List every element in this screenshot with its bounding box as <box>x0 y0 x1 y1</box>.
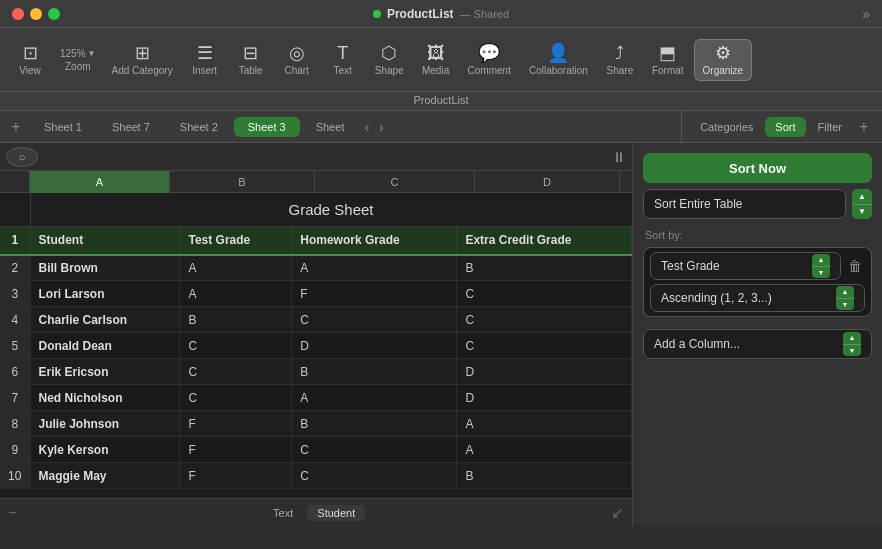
sheet-tab-1[interactable]: Sheet 1 <box>30 117 96 137</box>
sheet-nav-prev[interactable]: ‹ <box>360 119 373 135</box>
cell-hw-9[interactable]: C <box>292 437 457 463</box>
tab-categories[interactable]: Categories <box>690 117 763 137</box>
cell-student-4[interactable]: Charlie Carlson <box>30 307 180 333</box>
stepper-down-icon[interactable]: ▼ <box>852 205 872 220</box>
cell-test-10[interactable]: F <box>180 463 292 489</box>
cell-ec-5[interactable]: C <box>457 333 632 359</box>
tab-sort[interactable]: Sort <box>765 117 805 137</box>
sort-col-stepper-down[interactable]: ▼ <box>812 267 830 279</box>
sort-order-select[interactable]: Ascending (1, 2, 3...) ▲ ▼ <box>650 284 865 312</box>
cell-ec-10[interactable]: B <box>457 463 632 489</box>
col-header-b[interactable]: B <box>170 171 315 193</box>
toolbar-comment[interactable]: 💬 Comment <box>460 40 519 80</box>
cell-hw-5[interactable]: D <box>292 333 457 359</box>
add-panel-button[interactable]: + <box>854 117 874 137</box>
cell-test-7[interactable]: C <box>180 385 292 411</box>
sheet-tabs-row: + Sheet 1 Sheet 7 Sheet 2 Sheet 3 Sheet … <box>0 111 882 143</box>
sort-entire-table-select[interactable]: Sort Entire Table <box>643 189 846 219</box>
cell-test-4[interactable]: B <box>180 307 292 333</box>
cell-student-3[interactable]: Lori Larson <box>30 281 180 307</box>
cell-test-3[interactable]: A <box>180 281 292 307</box>
sort-order-stepper[interactable]: ▲ ▼ <box>836 286 854 310</box>
sort-entire-table-stepper[interactable]: ▲ ▼ <box>852 189 872 219</box>
toolbar-chart[interactable]: ◎ Chart <box>275 40 319 80</box>
sheet-tabs-left: + Sheet 1 Sheet 7 Sheet 2 Sheet 3 Sheet … <box>0 111 681 142</box>
sort-col-stepper-up[interactable]: ▲ <box>812 254 830 267</box>
sheet-tab-sheet[interactable]: Sheet <box>302 117 359 137</box>
delete-sort-rule-button[interactable]: 🗑 <box>845 256 865 276</box>
table-row: 9 Kyle Kerson F C A <box>0 437 632 463</box>
cell-student-9[interactable]: Kyle Kerson <box>30 437 180 463</box>
minimize-button[interactable] <box>30 8 42 20</box>
toolbar-add-category[interactable]: ⊞ Add Category <box>104 40 181 80</box>
cell-test-5[interactable]: C <box>180 333 292 359</box>
cell-test-6[interactable]: C <box>180 359 292 385</box>
sheet-tab-3[interactable]: Sheet 3 <box>234 117 300 137</box>
close-button[interactable] <box>12 8 24 20</box>
add-col-stepper-down[interactable]: ▼ <box>843 345 861 357</box>
col-header-d[interactable]: D <box>475 171 620 193</box>
cell-hw-8[interactable]: B <box>292 411 457 437</box>
toolbar-organize[interactable]: ⚙ Organize <box>694 39 753 81</box>
stepper-up-icon[interactable]: ▲ <box>852 189 872 205</box>
sort-order-stepper-down[interactable]: ▼ <box>836 299 854 311</box>
cell-hw-3[interactable]: F <box>292 281 457 307</box>
toolbar-table[interactable]: ⊟ Table <box>229 40 273 80</box>
cell-ec-3[interactable]: C <box>457 281 632 307</box>
cell-test-2[interactable]: A <box>180 255 292 281</box>
cell-student-8[interactable]: Julie Johnson <box>30 411 180 437</box>
sheet-tab-7[interactable]: Sheet 7 <box>98 117 164 137</box>
add-col-stepper-up[interactable]: ▲ <box>843 332 861 345</box>
table-row: 4 Charlie Carlson B C C <box>0 307 632 333</box>
tab-filter[interactable]: Filter <box>808 117 852 137</box>
cell-student-2[interactable]: Bill Brown <box>30 255 180 281</box>
toolbar-text[interactable]: T Text <box>321 40 365 80</box>
toolbar-collaboration[interactable]: 👤 Collaboration <box>521 40 596 80</box>
cell-student-7[interactable]: Ned Nicholson <box>30 385 180 411</box>
nav-arrows[interactable]: » <box>862 6 870 22</box>
cell-ec-8[interactable]: A <box>457 411 632 437</box>
toolbar-shape[interactable]: ⬡ Shape <box>367 40 412 80</box>
sort-column-stepper[interactable]: ▲ ▼ <box>812 254 830 278</box>
remove-row-button[interactable]: − <box>8 504 17 522</box>
cell-ec-7[interactable]: D <box>457 385 632 411</box>
cell-ref-box[interactable]: ○ <box>6 147 38 167</box>
sort-by-label: Sort by: <box>633 229 882 247</box>
sheet-tab-2[interactable]: Sheet 2 <box>166 117 232 137</box>
cell-ec-4[interactable]: C <box>457 307 632 333</box>
toolbar-share[interactable]: ⤴ Share <box>598 40 642 80</box>
toolbar-format[interactable]: ⬒ Format <box>644 40 692 80</box>
cell-hw-7[interactable]: A <box>292 385 457 411</box>
bottom-tab-text[interactable]: Text <box>263 505 303 521</box>
cell-test-9[interactable]: F <box>180 437 292 463</box>
cell-hw-4[interactable]: C <box>292 307 457 333</box>
add-sheet-button[interactable]: + <box>4 117 28 137</box>
maximize-button[interactable] <box>48 8 60 20</box>
toolbar-zoom[interactable]: 125% ▼ Zoom <box>54 44 102 76</box>
cell-hw-2[interactable]: A <box>292 255 457 281</box>
cell-test-8[interactable]: F <box>180 411 292 437</box>
cell-ec-9[interactable]: A <box>457 437 632 463</box>
add-column-stepper[interactable]: ▲ ▼ <box>843 332 861 356</box>
col-header-a[interactable]: A <box>30 171 170 193</box>
cell-ec-2[interactable]: B <box>457 255 632 281</box>
sheet-nav-next[interactable]: › <box>375 119 388 135</box>
row-num-title <box>0 193 30 227</box>
toolbar-insert[interactable]: ☰ Insert <box>183 40 227 80</box>
sort-column-select[interactable]: Test Grade ▲ ▼ <box>650 252 841 280</box>
table-container[interactable]: Grade Sheet 1 Student Test Grade Homewor… <box>0 193 632 498</box>
col-header-c[interactable]: C <box>315 171 475 193</box>
cell-ec-6[interactable]: D <box>457 359 632 385</box>
bottom-tab-student[interactable]: Student <box>307 505 365 521</box>
header-test-grade: Test Grade <box>180 227 292 255</box>
add-column-select[interactable]: Add a Column... ▲ ▼ <box>643 329 872 359</box>
cell-hw-6[interactable]: B <box>292 359 457 385</box>
sort-now-button[interactable]: Sort Now <box>643 153 872 183</box>
cell-student-10[interactable]: Maggie May <box>30 463 180 489</box>
sort-order-stepper-up[interactable]: ▲ <box>836 286 854 299</box>
toolbar-view[interactable]: ⊡ View <box>8 40 52 80</box>
cell-student-5[interactable]: Donald Dean <box>30 333 180 359</box>
cell-hw-10[interactable]: C <box>292 463 457 489</box>
toolbar-media[interactable]: 🖼 Media <box>414 40 458 80</box>
cell-student-6[interactable]: Erik Ericson <box>30 359 180 385</box>
